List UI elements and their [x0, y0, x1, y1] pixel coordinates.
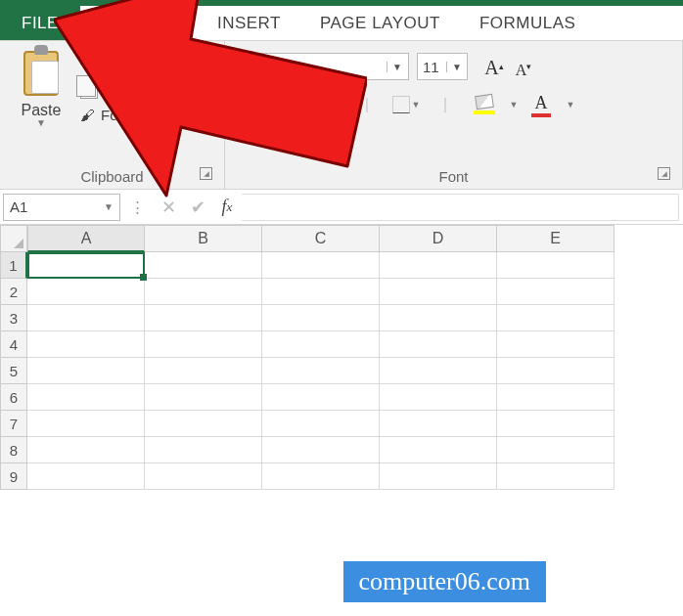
column-header-C[interactable]: C [262, 225, 380, 252]
select-all-button[interactable] [0, 225, 27, 252]
tab-page-layout[interactable]: PAGE LAYOUT [300, 6, 460, 40]
bold-button[interactable]: B [233, 90, 266, 119]
fill-color-button[interactable] [468, 90, 501, 119]
font-color-swatch [531, 113, 551, 117]
cell-D4[interactable] [380, 331, 497, 358]
watermark: computer06.com [343, 561, 546, 602]
name-box[interactable]: A1 ▼ [3, 194, 120, 221]
row-header-9[interactable]: 9 [0, 463, 27, 490]
cell-C1[interactable] [262, 252, 380, 279]
row-header-8[interactable]: 8 [0, 437, 27, 463]
tab-formulas[interactable]: FORMULAS [460, 6, 595, 40]
cell-E3[interactable] [497, 305, 615, 331]
column-header-D[interactable]: D [380, 225, 497, 252]
font-color-icon: A [535, 93, 548, 113]
row-header-5[interactable]: 5 [0, 358, 27, 384]
cell-A2[interactable] [27, 279, 145, 305]
decrease-font-size-button[interactable]: A▾ [511, 54, 536, 79]
row-header-4[interactable]: 4 [0, 331, 27, 358]
row-header-7[interactable]: 7 [0, 411, 27, 437]
cell-E9[interactable] [497, 463, 615, 490]
cell-D6[interactable] [380, 384, 497, 411]
cell-B8[interactable] [145, 437, 262, 463]
cell-B4[interactable] [145, 331, 262, 358]
cell-A1[interactable] [27, 252, 145, 279]
cell-D2[interactable] [380, 279, 497, 305]
paste-dropdown-icon[interactable]: ▼ [36, 117, 46, 128]
cell-C8[interactable] [262, 437, 380, 463]
font-launcher[interactable] [658, 167, 670, 180]
font-color-button[interactable]: A [524, 90, 558, 119]
cancel-button[interactable]: ✕ [154, 194, 183, 221]
cell-C7[interactable] [262, 411, 380, 437]
cell-A7[interactable] [27, 411, 145, 437]
tab-file[interactable]: FILE [0, 6, 80, 40]
cell-A9[interactable] [27, 463, 145, 490]
cell-B2[interactable] [145, 279, 262, 305]
cell-A4[interactable] [27, 331, 145, 358]
row-header-1[interactable]: 1 [0, 252, 27, 279]
cut-button[interactable] [80, 53, 198, 71]
underline-button[interactable]: U▼ [311, 90, 344, 119]
spreadsheet-grid: 123456789 [0, 252, 683, 490]
cell-E5[interactable] [497, 358, 615, 384]
cell-D1[interactable] [380, 252, 497, 279]
cell-C3[interactable] [262, 305, 380, 331]
cell-E8[interactable] [497, 437, 615, 463]
column-header-A[interactable]: A [27, 225, 145, 252]
cell-C5[interactable] [262, 358, 380, 384]
cell-B7[interactable] [145, 411, 262, 437]
cell-E7[interactable] [497, 411, 615, 437]
borders-button[interactable]: ▼ [389, 90, 423, 119]
clipboard-launcher[interactable] [200, 167, 212, 180]
brush-icon [80, 107, 95, 123]
cell-E1[interactable] [497, 252, 615, 279]
formula-bar[interactable] [242, 194, 679, 221]
chevron-down-icon[interactable]: ▼ [510, 100, 519, 110]
column-header-B[interactable]: B [145, 225, 262, 252]
cell-D5[interactable] [380, 358, 497, 384]
font-family-selector[interactable]: ial ▼ [233, 53, 409, 80]
format-painter-button[interactable]: Format Painter [80, 107, 198, 123]
bucket-icon [475, 94, 494, 110]
cell-E2[interactable] [497, 279, 615, 305]
italic-button[interactable]: I [272, 90, 305, 119]
chevron-down-icon[interactable]: ▼ [567, 100, 575, 110]
chevron-down-icon[interactable]: ▼ [104, 201, 114, 212]
cell-D7[interactable] [380, 411, 497, 437]
cell-B1[interactable] [145, 252, 262, 279]
increase-font-size-button[interactable]: A▴ [481, 54, 507, 79]
cell-A3[interactable] [27, 305, 145, 331]
cell-C9[interactable] [262, 463, 380, 490]
cell-C2[interactable] [262, 279, 380, 305]
cell-B9[interactable] [145, 463, 262, 490]
cell-C6[interactable] [262, 384, 380, 411]
scissors-icon [80, 53, 93, 71]
cell-B3[interactable] [145, 305, 262, 331]
tab-insert[interactable]: INSERT [198, 6, 300, 40]
cell-E4[interactable] [497, 331, 615, 358]
copy-dropdown-icon[interactable]: ▼ [120, 84, 129, 94]
row-header-3[interactable]: 3 [0, 305, 27, 331]
enter-button[interactable]: ✔ [183, 194, 212, 221]
group-label-clipboard: Clipboard [8, 164, 216, 185]
cell-D9[interactable] [380, 463, 497, 490]
insert-function-button[interactable]: fx [212, 194, 242, 221]
font-size-selector[interactable]: 11 ▼ [417, 53, 468, 80]
cell-A8[interactable] [27, 437, 145, 463]
cell-D8[interactable] [380, 437, 497, 463]
cell-B5[interactable] [145, 358, 262, 384]
ribbon: Paste ▼ C ▼ Format Painter Clipboard [0, 41, 683, 190]
group-label-font: Font [233, 164, 674, 185]
cell-B6[interactable] [145, 384, 262, 411]
cell-A6[interactable] [27, 384, 145, 411]
cell-A5[interactable] [27, 358, 145, 384]
cell-E6[interactable] [497, 384, 615, 411]
row-header-2[interactable]: 2 [0, 279, 27, 305]
column-header-E[interactable]: E [497, 225, 615, 252]
row-header-6[interactable]: 6 [0, 384, 27, 411]
cell-D3[interactable] [380, 305, 497, 331]
paste-button[interactable]: Paste ▼ [8, 47, 74, 164]
cell-C4[interactable] [262, 331, 380, 358]
copy-button[interactable]: C ▼ [80, 79, 198, 99]
